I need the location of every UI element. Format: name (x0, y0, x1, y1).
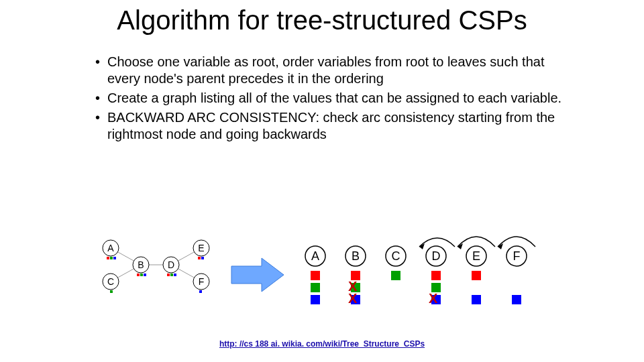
svg-rect-33 (311, 271, 320, 280)
bullet-list: Choose one variable as root, order varia… (94, 54, 564, 145)
svg-rect-21 (201, 257, 204, 259)
svg-rect-43 (472, 271, 481, 280)
cross-mark: X (348, 282, 357, 291)
node-f: F (199, 276, 205, 287)
svg-rect-39 (391, 271, 400, 280)
svg-rect-7 (110, 257, 113, 259)
svg-rect-23 (199, 290, 202, 293)
node-b: B (138, 259, 144, 270)
node-c: C (107, 276, 114, 287)
bullet-item: Create a graph listing all of the values… (107, 90, 564, 107)
svg-rect-40 (431, 271, 441, 280)
svg-rect-18 (174, 274, 176, 276)
cross-mark: X (348, 294, 357, 303)
cross-mark: X (429, 294, 437, 303)
chain-node-c: C (392, 249, 400, 263)
svg-rect-17 (170, 274, 173, 276)
node-a: A (107, 243, 114, 253)
svg-rect-8 (113, 257, 116, 259)
node-d: D (168, 259, 174, 270)
bullet-item: Choose one variable as root, order varia… (107, 54, 564, 87)
chain-node-d: D (432, 249, 441, 263)
node-e: E (198, 243, 204, 253)
svg-rect-14 (110, 290, 113, 293)
svg-rect-16 (167, 274, 170, 276)
svg-rect-35 (311, 295, 320, 304)
arrow-icon (231, 258, 284, 292)
svg-rect-45 (512, 295, 521, 304)
svg-rect-6 (107, 257, 109, 259)
chain-node-a: A (311, 249, 319, 263)
chain-node-b: B (352, 249, 360, 263)
chain-node-f: F (513, 249, 521, 263)
page-title: Algorithm for tree-structured CSPs (0, 5, 644, 36)
svg-rect-20 (198, 257, 201, 259)
bullet-item: BACKWARD ARC CONSISTENCY: check arc cons… (107, 109, 564, 143)
source-link[interactable]: http: //cs 188 ai. wikia. com/wiki/Tree_… (0, 339, 644, 349)
svg-rect-10 (137, 274, 140, 276)
svg-rect-34 (311, 283, 320, 292)
svg-rect-11 (140, 274, 143, 276)
svg-rect-12 (144, 274, 146, 276)
svg-rect-44 (472, 295, 481, 304)
diagram: A B C D E F (94, 235, 564, 322)
chain-node-e: E (472, 249, 480, 263)
